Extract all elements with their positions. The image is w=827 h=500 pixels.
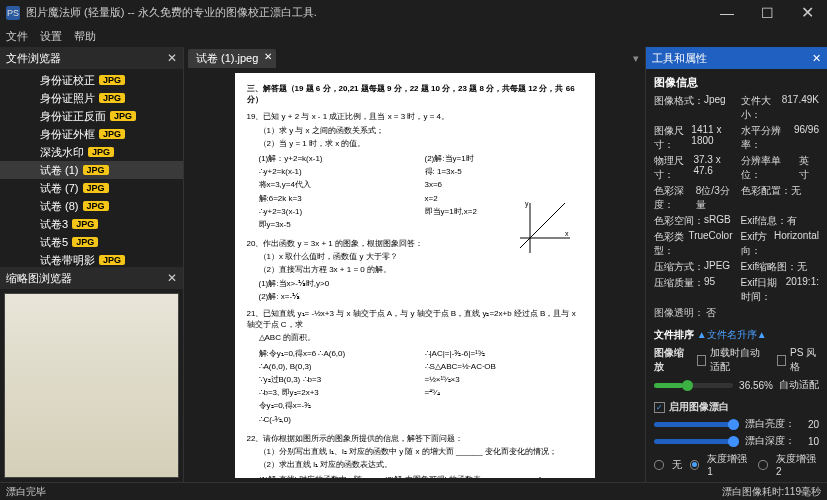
properties-title: 工具和属性 [652,51,707,66]
file-name: 试卷 (7) [40,181,79,196]
file-name: 身份证校正 [40,73,95,88]
whiten-depth-slider[interactable] [654,439,739,444]
menu-help[interactable]: 帮助 [74,29,96,44]
file-item[interactable]: 试卷 (8)JPG [0,197,183,215]
properties-header: 工具和属性 ✕ [646,47,827,69]
file-browser-close-icon[interactable]: ✕ [167,51,177,65]
file-list[interactable]: 身份证校正JPG身份证照片JPG身份证正反面JPG身份证外框JPG深浅水印JPG… [0,69,183,267]
file-type-badge: JPG [72,219,98,229]
thumbnail[interactable] [4,293,179,478]
file-name: 试卷 (1) [40,163,79,178]
status-right: 漂白图像耗时:119毫秒 [722,485,821,499]
file-type-badge: JPG [99,75,125,85]
file-name: 试卷3 [40,217,68,232]
svg-text:x: x [565,230,569,237]
enable-whiten-checkbox[interactable] [654,402,665,413]
close-button[interactable]: ✕ [787,0,827,25]
file-item[interactable]: 试卷带明影JPG [0,251,183,267]
file-item[interactable]: 身份证正反面JPG [0,107,183,125]
file-item[interactable]: 身份证校正JPG [0,71,183,89]
maximize-button[interactable]: ☐ [747,0,787,25]
thumbnail-grid[interactable] [0,289,183,482]
file-type-badge: JPG [99,255,125,265]
zoom-slider[interactable] [654,383,733,388]
gray-1-radio[interactable] [690,460,700,470]
file-name: 试卷5 [40,235,68,250]
window-title: 图片魔法师 (轻量版) -- 永久免费的专业的图像校正漂白工具. [26,5,707,20]
thumbnail-browser-header: 缩略图浏览器 ✕ [0,267,183,289]
whiten-brightness-slider[interactable] [654,422,739,427]
minimize-button[interactable]: — [707,0,747,25]
tab-bar-menu-icon[interactable]: ▾ [633,52,645,65]
file-browser-header: 文件浏览器 ✕ [0,47,183,69]
question-part: （1）求 y 与 x 之间的函数关系式； [259,125,583,136]
file-item[interactable]: 试卷 (1)JPG [0,161,183,179]
file-item[interactable]: 身份证照片JPG [0,89,183,107]
zoom-label: 图像缩放 [654,346,686,374]
file-name: 身份证照片 [40,91,95,106]
file-name: 试卷 (8) [40,199,79,214]
file-name: 身份证外框 [40,127,95,142]
file-item[interactable]: 试卷3JPG [0,215,183,233]
thumbnail-browser-close-icon[interactable]: ✕ [167,271,177,285]
graph-figure: xy [515,198,575,258]
file-type-badge: JPG [83,183,109,193]
file-item[interactable]: 试卷 (7)JPG [0,179,183,197]
menu-settings[interactable]: 设置 [40,29,62,44]
file-browser-title: 文件浏览器 [6,51,61,66]
graph-figure: l₁l₂ [525,472,580,478]
file-item[interactable]: 试卷5JPG [0,233,183,251]
file-name: 深浅水印 [40,145,84,160]
file-type-badge: JPG [72,237,98,247]
svg-line-2 [520,203,565,248]
question: 22、请你根据如图所示的图象所提供的信息，解答下面问题： [247,433,583,444]
question: 21、已知直线 y₁= -½x+3 与 x 轴交于点 A，与 y 轴交于点 B，… [247,308,583,330]
menu-file[interactable]: 文件 [6,29,28,44]
gray-2-radio[interactable] [758,460,768,470]
heading: 三、解答题（19 题 6 分，20,21 题每题 9 分，22 题 10 分，2… [247,83,583,105]
file-sort[interactable]: 文件排序 ▲文件名升序▲ [654,328,819,342]
file-name: 身份证正反面 [40,109,106,124]
auto-fit-checkbox[interactable] [697,355,706,366]
gray-none-radio[interactable] [654,460,664,470]
file-type-badge: JPG [110,111,136,121]
thumbnail-browser-title: 缩略图浏览器 [6,271,72,286]
tab-label: 试卷 (1).jpeg [196,52,258,64]
question: 19、已知 y + 2 与 x - 1 成正比例，且当 x = 3 时，y = … [247,111,583,122]
document-page: 三、解答题（19 题 6 分，20,21 题每题 9 分，22 题 10 分，2… [235,73,595,478]
file-name: 试卷带明影 [40,253,95,268]
question-part: （2）当 y = 1 时，求 x 的值。 [259,138,583,149]
status-left: 漂白完毕 [6,485,46,499]
document-viewport[interactable]: 三、解答题（19 题 6 分，20,21 题每题 9 分，22 题 10 分，2… [184,69,645,482]
file-type-badge: JPG [88,147,114,157]
ps-style-checkbox[interactable] [777,355,786,366]
app-logo: PS [6,6,20,20]
tab-close-icon[interactable]: ✕ [264,51,272,62]
file-item[interactable]: 深浅水印JPG [0,143,183,161]
document-tab[interactable]: 试卷 (1).jpeg ✕ [188,49,276,68]
file-type-badge: JPG [99,129,125,139]
file-item[interactable]: 身份证外框JPG [0,125,183,143]
file-type-badge: JPG [99,93,125,103]
file-type-badge: JPG [83,165,109,175]
svg-text:y: y [525,200,529,208]
zoom-fit-button[interactable]: 自动适配 [779,378,819,392]
properties-close-icon[interactable]: ✕ [812,52,821,65]
image-info-title: 图像信息 [654,75,819,90]
zoom-percent: 36.56% [739,380,773,391]
file-type-badge: JPG [83,201,109,211]
